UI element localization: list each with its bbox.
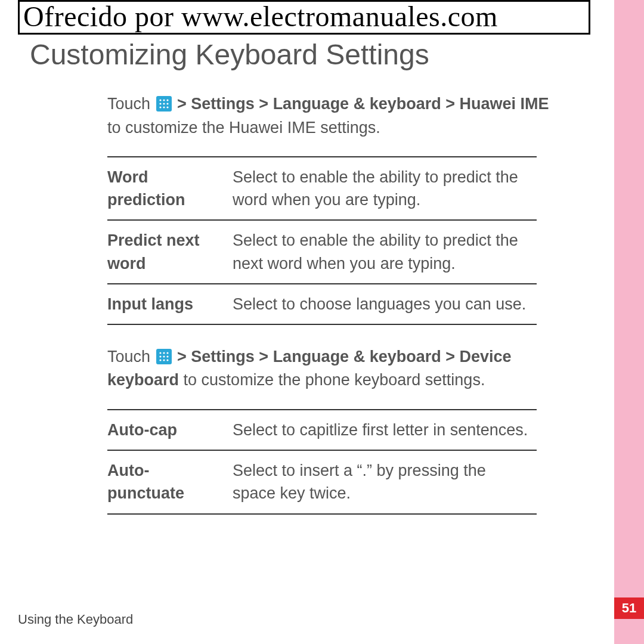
intro1-suffix: to customize the Huawei IME settings. (107, 119, 380, 137)
settings-table-2: Auto-cap Select to capitlize first lette… (107, 409, 537, 515)
setting-desc: Select to enable the ability to predict … (233, 157, 537, 221)
svg-point-15 (163, 356, 165, 358)
setting-desc: Select to choose languages you can use. (233, 284, 537, 324)
setting-term: Auto-punctuate (107, 450, 233, 514)
svg-point-14 (159, 356, 161, 358)
page-number-badge: 51 (614, 597, 644, 619)
table-row: Predict next word Select to enable the a… (107, 220, 537, 284)
setting-term: Predict next word (107, 220, 233, 284)
source-banner: Ofrecido por www.electromanuales.com (18, 0, 590, 35)
svg-point-7 (159, 107, 161, 109)
table-row: Input langs Select to choose languages y… (107, 284, 537, 324)
svg-point-11 (159, 352, 161, 354)
footer-chapter: Using the Keyboard (18, 612, 133, 627)
apps-grid-icon (156, 349, 172, 364)
svg-point-16 (166, 356, 168, 358)
setting-term: Input langs (107, 284, 233, 324)
body: Touch > Settings > Language & keyboard >… (107, 92, 561, 514)
svg-point-17 (159, 360, 161, 361)
table-row: Auto-punctuate Select to insert a “.” by… (107, 450, 537, 514)
intro-paragraph-2: Touch > Settings > Language & keyboard >… (107, 345, 561, 392)
setting-term: Auto-cap (107, 410, 233, 450)
setting-desc: Select to enable the ability to predict … (233, 220, 537, 284)
setting-term: Word prediction (107, 157, 233, 221)
intro2-prefix: Touch (107, 348, 155, 366)
svg-point-2 (163, 100, 165, 101)
svg-point-1 (159, 100, 161, 101)
svg-point-5 (163, 103, 165, 105)
intro2-suffix: to customize the phone keyboard settings… (184, 371, 485, 389)
table-row: Word prediction Select to enable the abi… (107, 157, 537, 221)
page-content: Ofrecido por www.electromanuales.com Cus… (18, 0, 590, 535)
setting-desc: Select to capitlize first letter in sent… (233, 410, 537, 450)
svg-point-8 (163, 107, 165, 109)
settings-table-1: Word prediction Select to enable the abi… (107, 156, 537, 326)
page-number: 51 (622, 600, 636, 616)
svg-point-9 (166, 107, 168, 109)
apps-grid-icon (156, 96, 172, 112)
svg-point-19 (166, 360, 168, 361)
setting-desc: Select to insert a “.” by pressing the s… (233, 450, 537, 514)
intro-paragraph-1: Touch > Settings > Language & keyboard >… (107, 92, 561, 139)
svg-point-18 (163, 360, 165, 361)
svg-point-6 (166, 103, 168, 105)
svg-point-4 (159, 103, 161, 105)
page-title: Customizing Keyboard Settings (30, 38, 590, 71)
side-stripe: 51 (614, 0, 644, 644)
svg-point-12 (163, 352, 165, 354)
svg-point-13 (166, 352, 168, 354)
intro1-prefix: Touch (107, 95, 155, 113)
table-row: Auto-cap Select to capitlize first lette… (107, 410, 537, 450)
svg-point-3 (166, 100, 168, 101)
intro1-path: > Settings > Language & keyboard > Huawe… (177, 95, 549, 113)
